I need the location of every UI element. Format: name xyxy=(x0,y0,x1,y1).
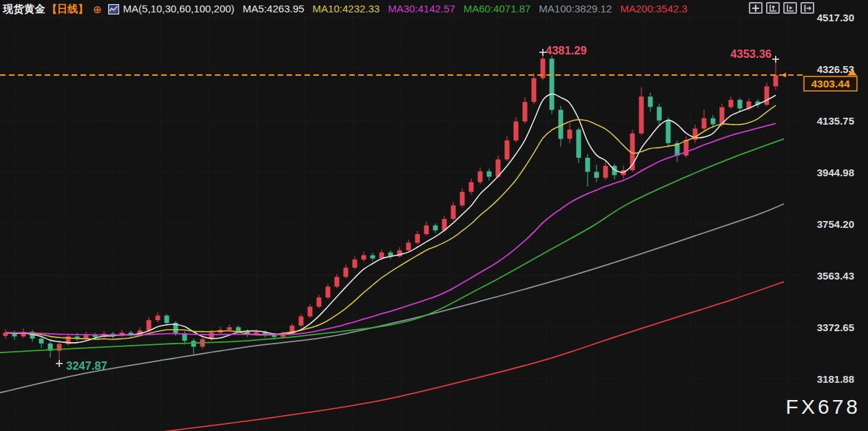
chart-header: 现货黄金 【日线】 ⊕ MA(5,10,30,60,100,200) MA5:4… xyxy=(3,1,688,17)
price-annotation: 3247.87 xyxy=(66,359,107,372)
chart-toolbar xyxy=(749,2,814,14)
ma-line-ma100 xyxy=(0,204,784,392)
price-scale-icon[interactable] xyxy=(766,2,780,14)
indicator-chart-icon[interactable] xyxy=(108,4,119,14)
candles xyxy=(3,54,778,361)
ma-line-ma5 xyxy=(6,94,776,343)
last-price-value: 4303.44 xyxy=(811,78,849,90)
timeframe-label[interactable]: 【日线】 xyxy=(47,1,88,17)
ma30-value-label: MA30:4142.57 xyxy=(388,1,455,17)
ma-line-ma10 xyxy=(6,105,776,339)
grid-lines xyxy=(0,14,800,431)
y-axis-label: 3181.88 xyxy=(817,373,854,385)
current-price-line xyxy=(0,73,803,78)
symbol-title: 现货黄金 xyxy=(3,1,45,17)
y-axis-label: 3563.43 xyxy=(817,270,854,282)
price-annotation: 4353.36 xyxy=(730,48,772,60)
time-scale-icon[interactable] xyxy=(783,2,797,14)
watermark: FX678 xyxy=(786,395,860,418)
y-axis-labels: 4517.304326.534135.753944.983754.203563.… xyxy=(817,12,854,385)
price-annotation: 4381.29 xyxy=(546,44,587,56)
cross-marker xyxy=(56,360,63,367)
ma60-value-label: MA60:4071.87 xyxy=(464,1,531,17)
ma-line-ma30 xyxy=(6,123,776,335)
ma100-value-label: MA100:3829.12 xyxy=(539,1,612,17)
y-axis-label: 3944.98 xyxy=(817,167,854,178)
ma200-value-label: MA200:3542.3 xyxy=(620,1,688,17)
y-axis-label: 4517.30 xyxy=(817,12,854,23)
chart-window: 4381.294353.363247.874517.304326.534135.… xyxy=(0,0,868,431)
watermark-text: FX678 xyxy=(786,395,860,418)
y-axis-label: 4326.53 xyxy=(817,63,854,75)
jump-to-latest-icon[interactable] xyxy=(800,2,814,14)
ma-line-ma200 xyxy=(96,282,784,431)
add-indicator-icon[interactable]: ⊕ xyxy=(93,2,102,17)
y-axis-label: 3754.20 xyxy=(817,218,854,230)
ma-lines xyxy=(0,94,784,431)
ma10-value-label: MA10:4232.33 xyxy=(313,1,380,17)
candlestick-chart-canvas[interactable]: 4381.294353.363247.874517.304326.534135.… xyxy=(0,0,868,431)
y-axis-label: 4135.75 xyxy=(817,115,854,127)
ma-group-label: MA(5,10,30,60,100,200) xyxy=(123,1,235,17)
cross-marker xyxy=(772,56,779,63)
y-axis-label: 3372.65 xyxy=(817,322,854,333)
ma5-value-label: MA5:4263.95 xyxy=(242,1,304,17)
move-tool-icon[interactable] xyxy=(749,2,763,14)
